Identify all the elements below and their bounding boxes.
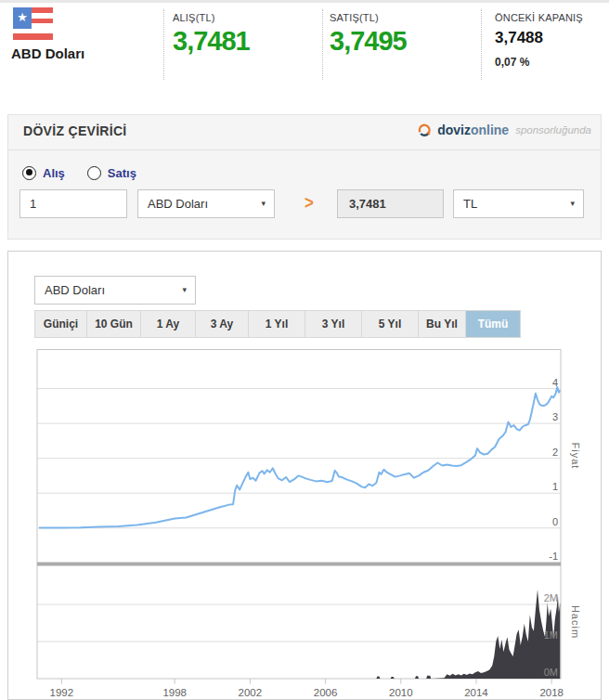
radio-alis[interactable]: Alış [22, 166, 65, 180]
currency-name: ABD Doları [11, 45, 84, 61]
satis-value: 3,7495 [330, 26, 407, 57]
top-strip [0, 0, 609, 3]
gridlines [37, 389, 561, 642]
onceki-kapanis-label: ÖNCEKİ KAPANIŞ [495, 12, 583, 23]
page: { "header": { "flag_icon": "us-flag", "f… [0, 0, 609, 700]
radio-circle[interactable] [87, 166, 101, 180]
svg-text:Hacim: Hacim [570, 605, 581, 639]
header-separator [481, 9, 482, 80]
flag-canton: ★ [13, 7, 32, 29]
circular-arrows-icon [417, 122, 433, 137]
svg-text:2006: 2006 [314, 687, 338, 698]
divider [8, 149, 601, 150]
onceki-kapanis-value: 3,7488 [495, 29, 583, 47]
range-tab-9[interactable]: Tümü [466, 311, 520, 337]
alis-label: ALIŞ(TL) [173, 12, 250, 23]
svg-text:4: 4 [552, 377, 558, 388]
doviz-online-logo[interactable]: dovizonline sponsorluğunda [417, 122, 591, 137]
chart-currency-select[interactable]: ABD Doları ▾ [34, 276, 196, 305]
stat-onceki-kapanis: ÖNCEKİ KAPANIŞ 3,7488 0,07 % [495, 12, 583, 69]
range-tab-1[interactable]: Güniçi [35, 311, 87, 337]
alis-value: 3,7481 [173, 26, 250, 57]
amount-input[interactable] [19, 189, 127, 218]
svg-text:2: 2 [552, 447, 558, 458]
header-separator [163, 9, 164, 80]
from-currency-select[interactable]: ABD Doları ▾ [137, 189, 275, 218]
plot-border [37, 350, 561, 680]
chevron-down-icon: ▾ [570, 190, 575, 217]
axis-separator [37, 563, 561, 566]
sponsor-brand-secondary: online [471, 123, 509, 137]
svg-text:2014: 2014 [464, 687, 488, 698]
currency-converter-panel: DÖVİZ ÇEVİRİCİ dovizonline sponsorluğund… [7, 114, 602, 240]
chart-currency-value: ABD Doları [45, 283, 105, 297]
from-currency-value: ABD Doları [148, 197, 208, 211]
price-series [39, 387, 560, 528]
svg-text:Fiyat: Fiyat [570, 443, 581, 470]
range-tab-3[interactable]: 1 Ay [141, 311, 196, 337]
result-input[interactable] [337, 189, 444, 218]
svg-text:1992: 1992 [50, 687, 74, 698]
svg-text:0: 0 [552, 516, 558, 527]
range-tab-bar: Güniçi10 Gün1 Ay3 Ay1 Yıl3 Yıl5 YılBu Yı… [34, 310, 521, 338]
range-tab-2[interactable]: 10 Gün [87, 311, 141, 337]
svg-text:3: 3 [552, 411, 558, 422]
axis-labels: 43210-12M1M0M199219982002200620102014201… [50, 377, 581, 698]
svg-text:0M: 0M [544, 667, 558, 678]
volume-series [39, 590, 560, 679]
stat-alis: ALIŞ(TL) 3,7481 [173, 12, 250, 57]
sponsor-brand-primary: doviz [437, 123, 471, 137]
chevron-down-icon: ▾ [261, 190, 266, 217]
buy-sell-radio-group: AlışSatış [22, 166, 136, 180]
flag-stripes [32, 7, 53, 29]
chart-panel: ABD Doları ▾ Güniçi10 Gün1 Ay3 Ay1 Yıl3 … [7, 251, 602, 700]
range-tab-6[interactable]: 3 Yıl [305, 311, 362, 337]
svg-text:2M: 2M [544, 592, 558, 603]
us-flag-icon: ★ [13, 7, 53, 40]
svg-text:2002: 2002 [239, 687, 263, 698]
radio-satis[interactable]: Satış [87, 166, 136, 180]
radio-circle[interactable] [22, 166, 36, 180]
satis-label: SATIŞ(TL) [330, 12, 407, 23]
svg-text:1998: 1998 [162, 687, 187, 698]
chevron-down-icon: ▾ [182, 277, 187, 304]
flag-star: ★ [17, 10, 28, 24]
stat-satis: SATIŞ(TL) 3,7495 [330, 12, 407, 57]
change-percent: 0,07 % [495, 56, 583, 69]
sponsor-suffix: sponsorluğunda [515, 124, 591, 136]
flag-bottom-stripe [13, 33, 53, 40]
header-separator [322, 9, 323, 80]
range-tab-4[interactable]: 3 Ay [196, 311, 249, 337]
radio-label: Alış [43, 166, 65, 180]
to-currency-select[interactable]: TL ▾ [453, 189, 584, 218]
convert-arrow-icon: > [304, 193, 314, 214]
svg-text:2018: 2018 [539, 687, 564, 698]
svg-text:1M: 1M [544, 629, 558, 641]
svg-text:-1: -1 [549, 551, 558, 562]
converter-title: DÖVİZ ÇEVİRİCİ [23, 123, 127, 138]
range-tab-5[interactable]: 1 Yıl [249, 311, 305, 337]
radio-label: Satış [108, 166, 136, 180]
svg-text:1: 1 [552, 481, 558, 492]
range-tab-8[interactable]: Bu Yıl [419, 311, 466, 337]
range-tab-7[interactable]: 5 Yıl [362, 311, 419, 337]
to-currency-value: TL [463, 197, 477, 211]
svg-text:2010: 2010 [389, 687, 413, 698]
